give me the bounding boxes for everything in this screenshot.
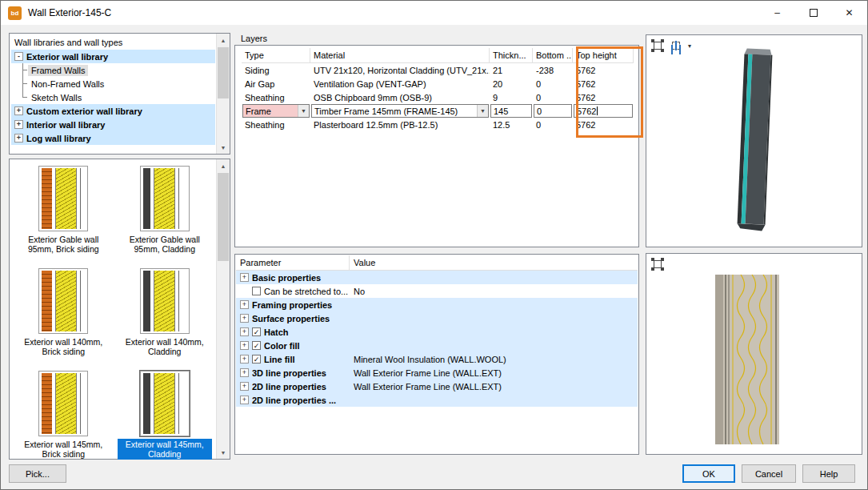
- parameter-value[interactable]: Mineral Wool Insulation (WALL.WOOL): [350, 352, 638, 366]
- expand-icon[interactable]: +: [14, 134, 23, 143]
- expand-icon[interactable]: +: [240, 314, 249, 323]
- parameter-value[interactable]: [350, 298, 638, 311]
- close-button[interactable]: ✕: [831, 1, 867, 25]
- wall-type-gable-95-brick[interactable]: Exterior Gable wall 95mm, Brick siding: [13, 166, 114, 255]
- preview-2d-panel[interactable]: [646, 253, 862, 455]
- checkbox-checked[interactable]: ✓: [252, 355, 261, 363]
- maximize-button[interactable]: [795, 1, 831, 25]
- zoom-extents-icon[interactable]: [651, 39, 664, 52]
- tree-item-log-wall-library[interactable]: + Log wall library: [11, 131, 215, 145]
- expand-icon[interactable]: +: [240, 327, 249, 336]
- frame-top-height-input[interactable]: 5762: [574, 104, 633, 118]
- zoom-extents-icon[interactable]: [651, 258, 664, 271]
- expand-icon[interactable]: +: [14, 106, 23, 115]
- parameter-value[interactable]: No: [350, 284, 638, 298]
- layer-thickness-cell[interactable]: 21: [490, 63, 533, 77]
- expand-icon[interactable]: +: [14, 120, 23, 129]
- param-row-hatch[interactable]: + ✓ Hatch: [236, 325, 638, 339]
- parameter-value[interactable]: Wall Exterior Frame Line (WALL.EXT): [350, 380, 638, 393]
- layer-thickness-cell[interactable]: 9: [490, 90, 533, 104]
- expand-icon[interactable]: +: [240, 300, 249, 309]
- expand-icon[interactable]: +: [240, 368, 249, 377]
- layer-top-height-cell[interactable]: 5762: [573, 63, 634, 77]
- layer-bottom-cell[interactable]: 0: [533, 77, 573, 90]
- parameter-value[interactable]: [350, 325, 638, 339]
- param-row-framing-properties[interactable]: + Framing properties: [236, 298, 638, 311]
- pan-view-icon[interactable]: [670, 39, 682, 52]
- layer-material-cell[interactable]: OSB Chipboard 9mm (OSB-9): [310, 90, 490, 104]
- tree-item-custom-exterior-wall-library[interactable]: + Custom exterior wall library: [11, 104, 215, 118]
- param-row-can-be-stretched[interactable]: Can be stretched to... No: [236, 284, 638, 298]
- collapse-icon[interactable]: -: [14, 52, 23, 61]
- layer-bottom-cell[interactable]: -238: [533, 63, 573, 77]
- expand-icon[interactable]: +: [240, 355, 249, 363]
- expand-icon[interactable]: +: [240, 382, 249, 391]
- scroll-down-icon[interactable]: ▼: [217, 141, 230, 154]
- parameter-value[interactable]: [350, 339, 638, 352]
- wall-type-gable-95-cladding[interactable]: Exterior Gable wall 95mm, Cladding: [114, 166, 216, 255]
- parameter-value[interactable]: [350, 393, 638, 407]
- expand-icon[interactable]: +: [240, 341, 249, 350]
- cancel-button[interactable]: Cancel: [742, 464, 796, 483]
- frame-bottom-input[interactable]: 0: [534, 104, 572, 118]
- layer-top-height-cell[interactable]: 5762: [573, 90, 634, 104]
- parameter-value[interactable]: [350, 271, 638, 284]
- wall-2d-section-view[interactable]: [646, 254, 862, 454]
- ok-button[interactable]: OK: [682, 464, 735, 483]
- layer-material-cell[interactable]: Ventilation Gap (VENT-GAP): [310, 77, 490, 90]
- param-row-color-fill[interactable]: + ✓ Color fill: [236, 339, 638, 352]
- expand-icon[interactable]: +: [240, 273, 249, 282]
- chevron-down-icon[interactable]: ▼: [298, 105, 309, 117]
- tree-item-framed-walls[interactable]: Framed Walls: [11, 63, 215, 77]
- scroll-up-icon[interactable]: ▲: [217, 34, 230, 46]
- layer-material-cell[interactable]: Plasterboard 12.5mm (PB-12.5): [310, 118, 490, 131]
- wall-3d-view[interactable]: [646, 35, 862, 247]
- param-row-surface-properties[interactable]: + Surface properties: [236, 311, 638, 325]
- minimize-button[interactable]: –: [759, 1, 795, 25]
- preview-3d-panel[interactable]: ▾: [646, 34, 862, 247]
- scrollbar-thumb[interactable]: [218, 173, 229, 261]
- layer-thickness-cell[interactable]: 12.5: [490, 118, 533, 131]
- wall-type-140-cladding[interactable]: Exterior wall 140mm, Cladding: [114, 268, 216, 358]
- frame-thickness-input[interactable]: 145: [490, 104, 532, 118]
- layer-material-cell[interactable]: UTV 21x120, Horizontal Cladding (UTV_21x…: [310, 63, 490, 77]
- layer-bottom-cell[interactable]: 0: [533, 90, 573, 104]
- wall-type-145-brick[interactable]: Exterior wall 145mm, Brick siding: [13, 371, 114, 460]
- help-button[interactable]: Help: [802, 464, 855, 483]
- layer-bottom-cell[interactable]: 0: [533, 118, 573, 131]
- pick-button[interactable]: Pick...: [9, 464, 66, 483]
- param-row-2d-line-properties[interactable]: + 2D line properties Wall Exterior Frame…: [236, 380, 638, 393]
- checkbox-checked[interactable]: ✓: [252, 341, 261, 350]
- wall-type-140-brick[interactable]: Exterior wall 140mm, Brick siding: [13, 268, 114, 358]
- toolbar-dropdown-icon[interactable]: ▾: [688, 42, 691, 50]
- tree-item-non-framed-walls[interactable]: Non-Framed Walls: [11, 77, 215, 90]
- frame-material-dropdown[interactable]: Timber Frame 145mm (FRAME-145) ▼: [311, 104, 489, 118]
- frame-type-dropdown[interactable]: Frame ▼: [242, 104, 310, 118]
- expand-icon[interactable]: +: [240, 396, 249, 404]
- layer-type-cell[interactable]: Siding: [242, 63, 310, 77]
- param-row-3d-line-properties[interactable]: + 3D line properties Wall Exterior Frame…: [236, 366, 638, 380]
- tree-item-exterior-wall-library[interactable]: - Exterior wall library: [11, 50, 215, 63]
- checkbox-unchecked[interactable]: [252, 287, 261, 295]
- layer-top-height-cell[interactable]: 5762: [573, 118, 634, 131]
- parameter-value[interactable]: Wall Exterior Frame Line (WALL.EXT): [350, 366, 638, 380]
- parameter-value[interactable]: [350, 311, 638, 325]
- scrollbar-thumb[interactable]: [218, 47, 229, 98]
- tree-item-sketch-walls[interactable]: Sketch Walls: [11, 90, 215, 104]
- scroll-up-icon[interactable]: ▲: [217, 159, 230, 172]
- tree-item-interior-wall-library[interactable]: + Interior wall library: [11, 118, 215, 131]
- thumbnail-scrollbar[interactable]: ▲ ▼: [216, 159, 230, 459]
- param-row-basic-properties[interactable]: + Basic properties: [236, 271, 638, 284]
- layer-top-height-cell[interactable]: 5762: [573, 77, 634, 90]
- param-row-2d-line-properties-2[interactable]: + 2D line properties ...: [236, 393, 638, 407]
- wall-type-145-cladding-selected[interactable]: Exterior wall 145mm, Cladding: [114, 371, 216, 460]
- checkbox-checked[interactable]: ✓: [252, 327, 261, 336]
- layer-type-cell[interactable]: Sheathing: [242, 90, 310, 104]
- param-row-line-fill[interactable]: + ✓ Line fill Mineral Wool Insulation (W…: [236, 352, 638, 366]
- scroll-down-icon[interactable]: ▼: [217, 446, 230, 459]
- layer-type-cell[interactable]: Sheathing: [242, 118, 310, 131]
- layer-type-cell[interactable]: Air Gap: [242, 77, 310, 90]
- tree-scrollbar[interactable]: ▲ ▼: [216, 34, 230, 154]
- chevron-down-icon[interactable]: ▼: [477, 105, 488, 117]
- layer-thickness-cell[interactable]: 20: [490, 77, 533, 90]
